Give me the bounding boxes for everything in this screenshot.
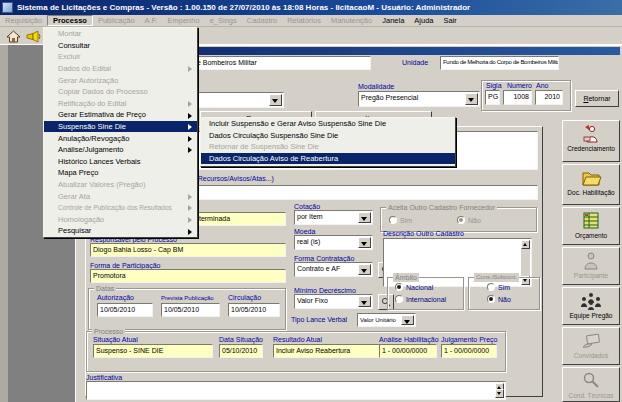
prevista-publicacao-label: Prevista Publicação: [161, 294, 214, 302]
cons-nao-radio[interactable]: Não: [487, 295, 511, 303]
descricao-outro-cadastro-label: Descrição Outro Cadastro: [383, 230, 464, 238]
submenu-item-dados-circulacao-suspensao[interactable]: Dados Circulação Suspensão Sine Die: [201, 130, 455, 142]
julgamento-preco-field[interactable]: 1 - 00/00/0000: [441, 344, 497, 358]
spinner[interactable]: [495, 383, 504, 398]
radio-icon: [487, 295, 495, 303]
tipo-lance-label: Tipo Lance Verbal: [291, 316, 347, 324]
menu-item-suspensao-sine-die[interactable]: Suspensão Sine Die: [44, 121, 197, 133]
data-situacao-label: Data Situação: [219, 336, 263, 344]
menu-item-analise-julgamento[interactable]: Análise/Julgamento: [44, 144, 197, 156]
modalidade-combo[interactable]: Pregão Presencial: [358, 91, 480, 107]
resultado-atual-label: Resultado Atual: [273, 336, 322, 344]
ambito-nacional-radio[interactable]: Nacional: [395, 283, 433, 291]
circulacao-field[interactable]: 10/05/2010: [228, 303, 280, 317]
menu-item-consultar[interactable]: Consultar: [44, 40, 197, 52]
equipe-pregao-icon: [563, 291, 619, 311]
submenu-item-dados-circulacao-reabertura[interactable]: Dados Circulação Aviso de Reabertura: [201, 153, 455, 165]
menubar-item-af: A.F.: [140, 15, 163, 26]
scroll-down-icon: [495, 389, 504, 398]
unidade-field[interactable]: Fundo de Melhoria do Corpo de Bombeiros …: [440, 56, 559, 70]
menu-item-controle-publicacao: Controle de Publicação dos Resultados: [44, 202, 197, 214]
menubar-item-sair[interactable]: Sair: [439, 15, 462, 26]
menu-item-homologacao: Homologação: [44, 214, 197, 226]
menubar-item-publicacao: Publicação: [93, 15, 140, 26]
aceita-outro-cadastro-group: Aceita Outro Cadastro Fornecedor Sim Não: [380, 207, 537, 232]
horn-icon: [26, 30, 42, 43]
justificativa-textarea[interactable]: [86, 381, 506, 400]
submenu-item-incluir-suspensao[interactable]: Incluir Suspensão e Gerar Aviso Suspensã…: [201, 118, 455, 130]
participante-icon: [563, 251, 619, 271]
autorizacao-label: Autorização: [97, 294, 134, 302]
horn-button[interactable]: [24, 29, 44, 43]
forma-participacao-field[interactable]: Promotora: [90, 269, 286, 283]
julgamento-preco-label: Julgamento Preço: [441, 336, 497, 344]
analise-habilitacao-field[interactable]: 1 - 00/00/0000: [379, 344, 437, 358]
prevista-publicacao-field[interactable]: 10/05/2010: [161, 303, 220, 317]
retornar-button[interactable]: Retornar: [575, 90, 619, 107]
menu-item-gerar-estimativa[interactable]: Gerar Estimativa de Preço: [44, 109, 197, 121]
title-bar: Sistema de Licitações e Compras - Versão…: [0, 0, 622, 15]
radio-icon: [487, 283, 495, 291]
chevron-down-icon[interactable]: [358, 212, 371, 223]
menu-item-pesquisar[interactable]: Pesquisar: [44, 225, 197, 237]
chevron-down-icon[interactable]: [269, 94, 282, 106]
credenciamento-button[interactable]: Credenciamento: [562, 120, 620, 162]
autorizacao-field[interactable]: 10/05/2010: [97, 303, 153, 317]
ambito-internacional-radio[interactable]: Internacional: [395, 295, 446, 303]
orcamento-button[interactable]: Orçamento: [562, 207, 620, 245]
minimo-decrescimo-combo[interactable]: Valor Fixo: [294, 294, 373, 309]
aceita-nao-radio: Não: [457, 216, 481, 224]
menu-item-anulacao-revogacao[interactable]: Anulação/Revogação: [44, 132, 197, 144]
responsavel-field[interactable]: Diogo Bahia Losso - Cap BM: [90, 243, 286, 257]
ambito-group: Âmbito Nacional Internacional: [387, 277, 464, 310]
cotacao-combo[interactable]: por Item: [294, 210, 373, 225]
equipe-pregao-button[interactable]: Equipe Pregão: [562, 287, 620, 325]
chevron-down-icon[interactable]: [358, 296, 371, 307]
menu-item-copiar-dados: Copiar Dados do Processo: [44, 86, 197, 98]
menubar-item-ajuda[interactable]: Ajuda: [409, 15, 438, 26]
datas-group: Datas Autorização Prevista Publicação Ci…: [88, 288, 286, 330]
menubar-item-janela[interactable]: Janela: [377, 15, 409, 26]
doc-habilitacao-button[interactable]: Doc. Habilitação: [562, 164, 620, 205]
moeda-combo[interactable]: real (is): [294, 235, 373, 250]
radio-icon: [395, 295, 403, 303]
menu-item-mapa-preco[interactable]: Mapa Preço: [44, 167, 197, 179]
menu-item-atualizar-valores: Atualizar Valores (Pregão): [44, 179, 197, 191]
menu-item-historico-lances[interactable]: Histórico Lances Verbais: [44, 156, 197, 168]
tipo-lance-combo[interactable]: Valor Unitário: [357, 313, 416, 327]
resultado-atual-field[interactable]: Incluir Aviso Reabertura: [273, 344, 381, 358]
menubar-item-processo[interactable]: Processo: [47, 15, 93, 26]
chevron-down-icon[interactable]: [358, 237, 371, 248]
home-icon: [6, 30, 21, 43]
orcamento-icon: [563, 211, 619, 231]
menubar-item-cadastro: Cadastro: [242, 15, 282, 26]
chevron-down-icon[interactable]: [358, 264, 371, 275]
data-situacao-field[interactable]: 05/10/2010: [219, 344, 263, 358]
chevron-down-icon[interactable]: [401, 315, 414, 325]
sigla-label: Sigla: [486, 82, 502, 90]
menubar-item-requisicao: Requisição: [0, 15, 47, 26]
forma-contratacao-combo[interactable]: Contrato e AF: [294, 262, 373, 277]
menu-item-dados-do-edital: Dados do Edital: [44, 63, 197, 75]
submenu-item-retornar-suspensao: Retornar de Suspensão Sine Die: [201, 141, 455, 153]
radio-icon: [457, 216, 465, 224]
processo-menu: Montar Consultar Excluir Dados do Edital…: [43, 27, 198, 238]
doc-habilitacao-icon: [563, 168, 619, 188]
numero-field[interactable]: 1008: [503, 90, 532, 105]
convidados-button: Convidados: [562, 327, 620, 365]
ano-label: Ano: [536, 82, 548, 90]
modalidade-label: Modalidade: [358, 83, 394, 91]
situacao-atual-field[interactable]: Suspenso - SINE DIE: [93, 344, 213, 358]
sine-die-submenu: Incluir Suspensão e Gerar Aviso Suspensã…: [200, 117, 456, 167]
cons-sim-radio[interactable]: Sim: [487, 283, 510, 291]
numero-label: Numero: [507, 82, 532, 90]
sigla-field[interactable]: PG: [485, 90, 500, 105]
menu-bar: Requisição Processo Publicação A.F. Empe…: [0, 15, 622, 27]
ano-field[interactable]: 2010: [535, 90, 563, 105]
radio-icon: [395, 283, 403, 291]
chevron-down-icon[interactable]: [465, 93, 478, 105]
home-button[interactable]: [3, 29, 23, 43]
menubar-item-relatorios: Relatórios: [282, 15, 326, 26]
circulacao-label: Circulação: [228, 294, 261, 302]
menubar-item-empenho: Empenho: [163, 15, 205, 26]
